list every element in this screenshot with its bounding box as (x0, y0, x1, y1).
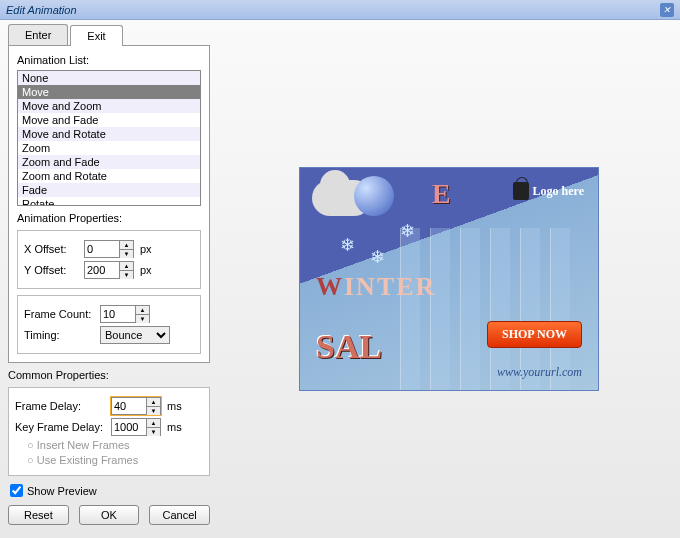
framecount-label: Frame Count: (24, 308, 96, 320)
use-existing-radio: ○ Use Existing Frames (27, 454, 203, 466)
spinner[interactable]: ▲▼ (146, 398, 160, 414)
framedelay-input[interactable] (112, 398, 146, 414)
framecount-input[interactable] (101, 306, 135, 322)
keyframedelay-label: Key Frame Delay: (15, 421, 107, 433)
xoffset-input[interactable] (85, 241, 119, 257)
spinner[interactable]: ▲▼ (119, 241, 133, 257)
banner-url: www.yoururl.com (497, 365, 582, 380)
timing-label: Timing: (24, 329, 96, 341)
unit-ms: ms (167, 421, 182, 433)
banner-preview: E Logo here ❄ ❄ ❄ WINTER SAL SHOP NOW ww… (299, 167, 599, 391)
ok-button[interactable]: OK (79, 505, 140, 525)
spinner[interactable]: ▲▼ (135, 306, 149, 322)
close-icon[interactable]: ✕ (660, 3, 674, 17)
common-properties-label: Common Properties: (8, 369, 210, 381)
unit-ms: ms (167, 400, 182, 412)
list-item[interactable]: Rotate (18, 197, 200, 206)
window-title: Edit Animation (6, 4, 77, 16)
insert-frames-radio: ○ Insert New Frames (27, 439, 203, 451)
banner-sal: SAL (316, 328, 382, 366)
yoffset-input[interactable] (85, 262, 119, 278)
spinner[interactable]: ▲▼ (146, 419, 160, 435)
list-item[interactable]: Move and Rotate (18, 127, 200, 141)
framedelay-label: Frame Delay: (15, 400, 107, 412)
animation-list-label: Animation List: (17, 54, 201, 66)
unit-px: px (140, 243, 152, 255)
preview-area: E Logo here ❄ ❄ ❄ WINTER SAL SHOP NOW ww… (218, 20, 680, 538)
animation-list[interactable]: None Move Move and Zoom Move and Fade Mo… (17, 70, 201, 206)
show-preview-label: Show Preview (27, 485, 97, 497)
banner-winter: WINTER (316, 272, 436, 302)
animation-properties-group: X Offset: ▲▼ px Y Offset: ▲▼ px (17, 230, 201, 289)
main-area: Enter Exit Animation List: None Move Mov… (0, 20, 680, 538)
list-item[interactable]: Zoom and Fade (18, 155, 200, 169)
spinner[interactable]: ▲▼ (119, 262, 133, 278)
banner-logo: Logo here (513, 182, 584, 200)
list-item[interactable]: Zoom and Rotate (18, 169, 200, 183)
globe-icon (354, 176, 394, 216)
yoffset-label: Y Offset: (24, 264, 80, 276)
tab-content: Animation List: None Move Move and Zoom … (8, 45, 210, 363)
shop-now-button[interactable]: SHOP NOW (487, 321, 582, 348)
controls-panel: Enter Exit Animation List: None Move Mov… (0, 20, 218, 538)
animation-properties-label: Animation Properties: (17, 212, 201, 224)
cancel-button[interactable]: Cancel (149, 505, 210, 525)
frame-timing-group: Frame Count: ▲▼ Timing: Bounce (17, 295, 201, 354)
timing-select[interactable]: Bounce (100, 326, 170, 344)
list-item[interactable]: None (18, 71, 200, 85)
show-preview-checkbox[interactable] (10, 484, 23, 497)
list-item[interactable]: Move and Zoom (18, 99, 200, 113)
tab-enter[interactable]: Enter (8, 24, 68, 45)
bag-icon (513, 182, 529, 200)
list-item[interactable]: Fade (18, 183, 200, 197)
xoffset-label: X Offset: (24, 243, 80, 255)
list-item[interactable]: Zoom (18, 141, 200, 155)
titlebar: Edit Animation ✕ (0, 0, 680, 20)
keyframedelay-input[interactable] (112, 419, 146, 435)
common-properties-group: Frame Delay: ▲▼ ms Key Frame Delay: ▲▼ m… (8, 387, 210, 476)
tab-exit[interactable]: Exit (70, 25, 122, 46)
list-item[interactable]: Move and Fade (18, 113, 200, 127)
tabs: Enter Exit (8, 24, 210, 45)
unit-px: px (140, 264, 152, 276)
banner-letter: E (432, 178, 451, 210)
list-item[interactable]: Move (18, 85, 200, 99)
reset-button[interactable]: Reset (8, 505, 69, 525)
